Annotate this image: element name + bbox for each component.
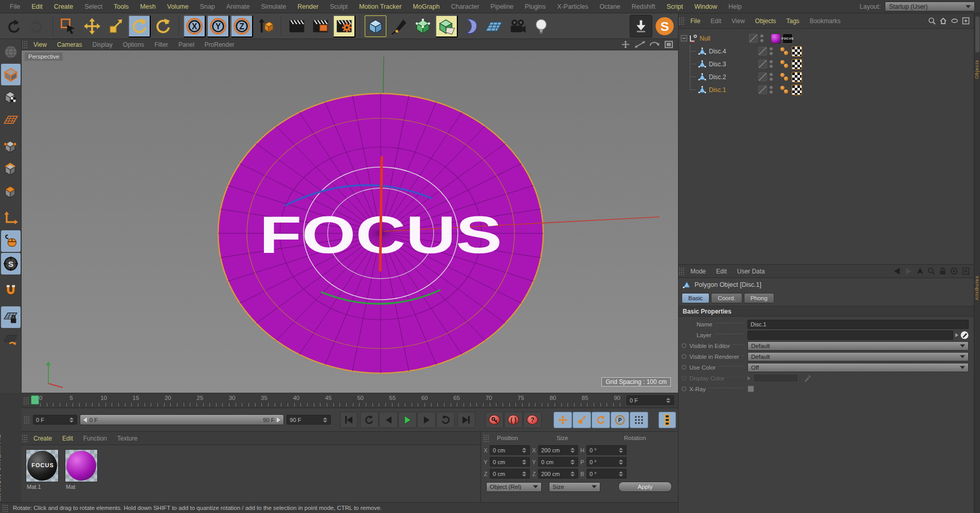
polygons-mode-button[interactable] — [1, 181, 21, 203]
panel-grip[interactable] — [679, 17, 685, 25]
rotate-gizmo-red-band[interactable] — [380, 156, 382, 271]
menu-plugins[interactable]: Plugins — [519, 3, 551, 10]
viewport-solo-button[interactable] — [1, 230, 21, 252]
rotate-tool-button[interactable] — [128, 15, 151, 38]
material-thumbnail-focus[interactable]: FOCUS — [26, 449, 59, 482]
layer-input[interactable] — [747, 331, 953, 340]
basic-properties-header[interactable]: Basic Properties — [679, 306, 974, 317]
menu-mesh[interactable]: Mesh — [134, 3, 162, 10]
menu-volume[interactable]: Volume — [162, 3, 194, 10]
material-name[interactable]: Mat — [65, 482, 99, 491]
search-icon[interactable] — [928, 267, 935, 275]
target-icon[interactable] — [950, 267, 958, 275]
material-tag-focus[interactable]: FOCUS — [782, 33, 793, 44]
menu-help[interactable]: Help — [723, 3, 747, 10]
xray-checkbox[interactable] — [747, 386, 754, 392]
next-frame-button[interactable] — [417, 412, 436, 428]
add-subdivision-surface-button[interactable] — [412, 15, 434, 38]
key-pla-button[interactable] — [630, 412, 648, 428]
menu-file[interactable]: File — [4, 3, 26, 10]
menu-script[interactable]: Script — [661, 3, 689, 10]
uvw-tag[interactable] — [792, 46, 802, 57]
panel-grip[interactable] — [22, 434, 28, 442]
frame-stepper[interactable] — [666, 398, 671, 403]
menu-x-particles[interactable]: X-Particles — [551, 3, 594, 10]
texture-mode-button[interactable] — [1, 86, 21, 108]
visibility-dots[interactable] — [760, 34, 763, 42]
edges-mode-button[interactable] — [1, 158, 21, 180]
object-menu-edit[interactable]: Edit — [705, 17, 726, 25]
layer-picker-icon[interactable] — [960, 331, 969, 339]
menu-octane[interactable]: Octane — [594, 3, 626, 10]
menu-animate[interactable]: Animate — [221, 3, 256, 10]
size-mode-select[interactable]: Size — [549, 482, 600, 492]
viewport-menu-cameras[interactable]: Cameras — [52, 41, 87, 48]
object-menu-file[interactable]: File — [685, 17, 705, 25]
key-parameter-button[interactable]: P — [611, 412, 629, 428]
timeline-ruler[interactable]: 051015202530354045505560657075808590 0 F — [22, 393, 678, 408]
snap-button[interactable]: S — [1, 253, 21, 274]
edit-render-settings-button[interactable] — [333, 15, 355, 38]
preview-range-slider[interactable]: 0 F 90 F — [80, 414, 284, 425]
viewport-menu-options[interactable]: Options — [118, 41, 149, 48]
menu-mograph[interactable]: MoGraph — [407, 3, 446, 10]
cursor-up-icon[interactable] — [917, 268, 923, 275]
lock-icon[interactable] — [939, 267, 946, 275]
goto-prev-key-button[interactable] — [360, 412, 379, 428]
lock-workplane-button[interactable] — [1, 306, 21, 328]
render-view-button[interactable] — [286, 15, 308, 38]
orbit-icon[interactable] — [648, 41, 661, 48]
object-name[interactable]: Null — [700, 35, 749, 42]
menu-select[interactable]: Select — [79, 3, 108, 10]
layer-override-toggle[interactable] — [758, 72, 767, 81]
eyedropper-icon[interactable] — [804, 374, 812, 382]
menu-redshift[interactable]: Redshift — [626, 3, 661, 10]
layer-browse-arrow[interactable] — [955, 333, 958, 337]
panel-grip[interactable] — [24, 416, 30, 424]
history-forward-icon[interactable] — [905, 268, 913, 274]
visibility-dots[interactable] — [770, 73, 773, 81]
add-deformer-button[interactable] — [459, 15, 482, 38]
object-name[interactable]: Disc.4 — [709, 48, 758, 55]
home-icon[interactable] — [939, 17, 947, 25]
menu-sculpt[interactable]: Sculpt — [324, 3, 353, 10]
points-mode-button[interactable] — [1, 136, 21, 157]
scale-tool-button[interactable] — [104, 15, 127, 38]
expand-arrow-icon[interactable] — [747, 376, 751, 380]
pan-icon[interactable] — [619, 41, 632, 48]
object-row-disc1[interactable]: Disc.1 — [679, 83, 974, 96]
pos-z-field[interactable]: 0 cm — [490, 469, 530, 479]
tab-basic[interactable]: Basic — [682, 293, 709, 303]
end-time-stepper[interactable] — [323, 417, 328, 423]
end-time-field[interactable]: 90 F — [287, 415, 331, 425]
key-position-button[interactable] — [554, 412, 572, 428]
model-mode-button[interactable] — [1, 64, 21, 85]
material-thumbnail-purple[interactable] — [65, 449, 98, 482]
viewport-menu-prorender[interactable]: ProRender — [200, 41, 240, 48]
size-z-field[interactable]: 200 cm — [538, 469, 578, 479]
filter-icon[interactable] — [951, 17, 958, 25]
object-name[interactable]: Disc.1 — [709, 86, 758, 94]
play-button[interactable] — [398, 412, 417, 428]
viewport-menu-panel[interactable]: Panel — [173, 41, 200, 48]
rot-b-field[interactable]: 0 ° — [586, 469, 627, 479]
panel-grip[interactable] — [483, 434, 490, 442]
use-color-select[interactable]: Off — [747, 363, 969, 372]
sculpt-badge-button[interactable]: S — [653, 15, 676, 38]
lock-y-axis-button[interactable]: Y — [207, 15, 229, 38]
menu-character[interactable]: Character — [446, 3, 485, 10]
visibility-dots[interactable] — [770, 60, 773, 68]
tab-phong[interactable]: Phong — [744, 293, 774, 303]
menu-snap[interactable]: Snap — [194, 3, 220, 10]
timeline-filmstrip-button[interactable] — [658, 412, 676, 428]
material-name[interactable]: Mat.1 — [26, 482, 60, 491]
add-cube-button[interactable] — [364, 15, 387, 38]
add-icon[interactable] — [962, 17, 970, 25]
attr-menu-mode[interactable]: Mode — [685, 268, 711, 275]
object-row-disc3[interactable]: Disc.3 — [679, 58, 974, 70]
size-x-field[interactable]: 200 cm — [538, 445, 578, 455]
tab-coord[interactable]: Coord. — [711, 293, 742, 303]
render-picture-viewer-button[interactable] — [309, 15, 332, 38]
menu-edit[interactable]: Edit — [26, 3, 48, 10]
range-end-handle[interactable] — [277, 417, 280, 423]
